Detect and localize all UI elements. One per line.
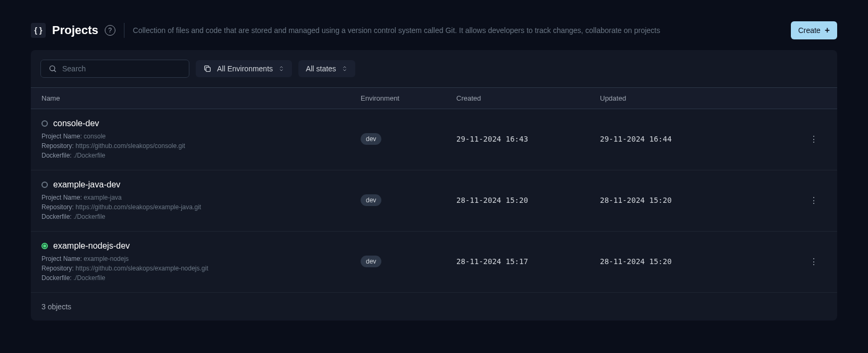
table-body: console-dev Project Name: console Reposi… xyxy=(31,109,837,293)
table-header: Name Environment Created Updated xyxy=(31,87,837,109)
environment-badge: dev xyxy=(361,133,381,145)
updated-cell: 28-11-2024 15:20 xyxy=(600,196,744,204)
created-cell: 29-11-2024 16:43 xyxy=(456,135,600,143)
more-button[interactable]: ⋮ xyxy=(805,255,822,269)
search-icon xyxy=(48,64,57,73)
column-environment: Environment xyxy=(361,94,456,102)
page-description: Collection of files and code that are st… xyxy=(133,26,784,35)
created-cell: 28-11-2024 15:17 xyxy=(456,257,600,266)
more-button[interactable]: ⋮ xyxy=(805,193,822,208)
page-title: Projects xyxy=(52,23,98,37)
chevron-updown-icon xyxy=(278,65,285,72)
created-cell: 28-11-2024 15:20 xyxy=(456,196,600,204)
meta-dockerfile: Dockerfile: ./Dockerfile xyxy=(41,152,361,159)
table-row[interactable]: example-nodejs-dev Project Name: example… xyxy=(31,232,837,293)
project-title: example-java-dev xyxy=(53,180,120,190)
meta-repository: Repository: https://github.com/sleakops/… xyxy=(41,142,361,150)
status-icon xyxy=(41,182,48,188)
environment-badge: dev xyxy=(361,194,381,206)
actions-cell: ⋮ xyxy=(744,132,827,146)
create-button[interactable]: Create + xyxy=(791,21,837,39)
environment-filter-label: All Environments xyxy=(217,64,273,73)
environment-cell: dev xyxy=(361,256,456,267)
state-filter-label: All states xyxy=(306,64,336,73)
meta-project-name: Project Name: console xyxy=(41,133,361,140)
project-title: console-dev xyxy=(53,119,99,128)
table-row[interactable]: example-java-dev Project Name: example-j… xyxy=(31,170,837,232)
copy-icon xyxy=(203,64,212,73)
create-button-label: Create xyxy=(798,26,821,35)
table-row[interactable]: console-dev Project Name: console Reposi… xyxy=(31,109,837,170)
column-actions xyxy=(744,94,827,102)
environment-filter[interactable]: All Environments xyxy=(196,60,292,77)
name-title: console-dev xyxy=(41,119,361,128)
column-name: Name xyxy=(41,94,361,102)
state-filter[interactable]: All states xyxy=(298,60,355,77)
help-icon[interactable]: ? xyxy=(105,25,115,36)
name-title: example-nodejs-dev xyxy=(41,241,361,251)
header-divider xyxy=(124,23,124,38)
status-icon xyxy=(41,120,48,127)
main-panel: All Environments All states Name Environ… xyxy=(31,50,837,321)
environment-cell: dev xyxy=(361,133,456,145)
meta-repository: Repository: https://github.com/sleakops/… xyxy=(41,265,361,272)
meta-repository: Repository: https://github.com/sleakops/… xyxy=(41,203,361,211)
svg-line-1 xyxy=(54,70,56,72)
more-button[interactable]: ⋮ xyxy=(805,132,822,146)
meta-dockerfile: Dockerfile: ./Dockerfile xyxy=(41,213,361,220)
plus-icon: + xyxy=(825,26,830,35)
column-created: Created xyxy=(456,94,600,102)
svg-rect-2 xyxy=(206,67,210,71)
project-title: example-nodejs-dev xyxy=(53,241,130,251)
actions-cell: ⋮ xyxy=(744,255,827,269)
meta-project-name: Project Name: example-java xyxy=(41,194,361,201)
search-input[interactable] xyxy=(62,64,181,73)
meta-dockerfile: Dockerfile: ./Dockerfile xyxy=(41,274,361,282)
page-header: { } Projects ? Collection of files and c… xyxy=(31,21,837,39)
filters-bar: All Environments All states xyxy=(31,50,837,87)
updated-cell: 28-11-2024 15:20 xyxy=(600,257,744,266)
braces-icon: { } xyxy=(31,23,46,38)
name-cell: example-nodejs-dev Project Name: example… xyxy=(41,241,361,282)
name-title: example-java-dev xyxy=(41,180,361,190)
status-icon xyxy=(41,243,48,249)
actions-cell: ⋮ xyxy=(744,193,827,208)
name-cell: console-dev Project Name: console Reposi… xyxy=(41,119,361,159)
column-updated: Updated xyxy=(600,94,744,102)
environment-cell: dev xyxy=(361,194,456,206)
updated-cell: 29-11-2024 16:44 xyxy=(600,135,744,143)
meta-project-name: Project Name: example-nodejs xyxy=(41,255,361,262)
chevron-updown-icon xyxy=(341,65,348,72)
environment-badge: dev xyxy=(361,256,381,267)
table-footer: 3 objects xyxy=(31,293,837,321)
search-box[interactable] xyxy=(40,60,189,78)
name-cell: example-java-dev Project Name: example-j… xyxy=(41,180,361,220)
svg-point-0 xyxy=(50,66,55,71)
